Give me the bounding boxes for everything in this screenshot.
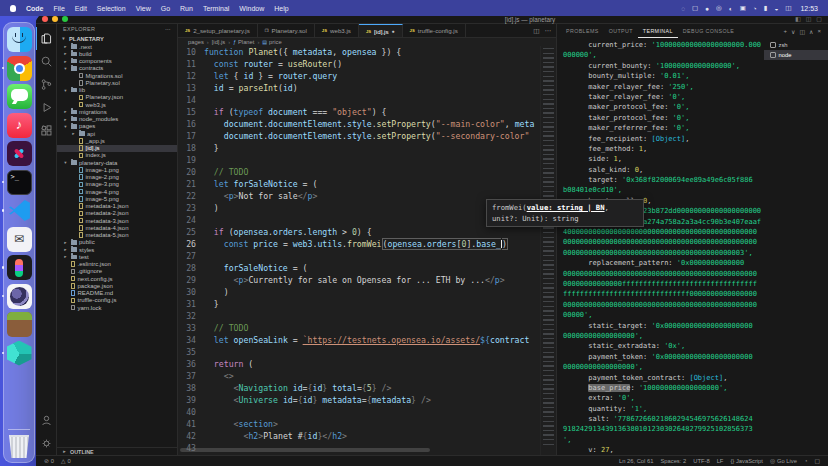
menu-window[interactable]: Window xyxy=(239,5,264,12)
tree-item-metadata-5-json[interactable]: metadata-5.json xyxy=(57,232,177,239)
dock-finder[interactable] xyxy=(7,27,32,52)
horizontal-scrollbar[interactable] xyxy=(180,448,430,452)
tab-2-setup-planetary-js[interactable]: JS2_setup_planetary.js xyxy=(178,24,258,37)
new-terminal-icon[interactable]: + xyxy=(783,28,787,34)
dock-figma[interactable] xyxy=(7,255,32,280)
tree-item-api[interactable]: ▸api xyxy=(57,130,177,137)
warnings-indicator[interactable]: △0 xyxy=(61,458,71,464)
code-line[interactable]: 11 const router = useRouter() xyxy=(178,58,540,70)
dock-trash[interactable] xyxy=(7,433,32,458)
menu-selection[interactable]: Selection xyxy=(97,5,126,12)
toggle-panel-icon[interactable]: ◫ xyxy=(806,15,812,22)
eol[interactable]: LF xyxy=(717,458,724,464)
sidebar-more-icon[interactable]: ⋯ xyxy=(165,26,171,32)
focus-icon[interactable]: ◎ xyxy=(716,4,722,12)
tree-item-styles[interactable]: ▸styles xyxy=(57,246,177,253)
menu-run[interactable]: Run xyxy=(180,5,193,12)
dock-chrome[interactable] xyxy=(7,56,32,81)
tree-item-metadata-2-json[interactable]: metadata-2.json xyxy=(57,210,177,217)
menu-edit[interactable]: Edit xyxy=(75,5,87,12)
tree-item-metadata-3-json[interactable]: metadata-3.json xyxy=(57,217,177,224)
panel-tab-debug-console[interactable]: DEBUG CONSOLE xyxy=(678,24,739,38)
tree-item-node-modules[interactable]: ▸node_modules xyxy=(57,116,177,123)
code-line[interactable]: 21 let forSaleNotice = ( xyxy=(178,178,540,190)
code-line[interactable]: 41 <section> xyxy=(178,418,540,430)
code-line[interactable]: 16 document.documentElement.style.setPro… xyxy=(178,118,540,130)
tab-id-js[interactable]: JS[id].js● xyxy=(359,24,403,37)
tree-item-package-json[interactable]: package.json xyxy=(57,282,177,289)
panel-tab-output[interactable]: OUTPUT xyxy=(604,24,638,38)
code-line[interactable]: 33 // TODO xyxy=(178,322,540,334)
code-line[interactable]: 34 let openSeaLink = `https://testnets.o… xyxy=(178,334,540,346)
tree-item-gitignore[interactable]: .gitignore xyxy=(57,268,177,275)
terminal-instance-zsh[interactable]: zsh xyxy=(764,40,828,50)
chat-icon[interactable]: ▣ xyxy=(740,4,746,12)
code-line[interactable]: 29 <p>Currently for sale on Opensea for … xyxy=(178,274,540,286)
split-terminal-icon[interactable]: ◫ xyxy=(799,28,805,35)
tree-item-image-2-png[interactable]: image-2.png xyxy=(57,174,177,181)
minimap[interactable] xyxy=(540,46,556,455)
code-line[interactable]: 38 <Navigation id={id} total={5} /> xyxy=(178,382,540,394)
battery-icon[interactable]: ▮ xyxy=(764,4,768,12)
apple-menu-icon[interactable] xyxy=(10,5,16,12)
screen-mirroring-icon[interactable]: ◌ xyxy=(681,5,685,12)
dock-vscode[interactable] xyxy=(7,198,32,223)
code-line[interactable]: 28 forSaleNotice = ( xyxy=(178,262,540,274)
dock-mail[interactable] xyxy=(7,227,32,252)
indentation[interactable]: Spaces: 2 xyxy=(660,458,686,464)
split-editor-icon[interactable]: ◫ xyxy=(533,27,539,35)
menu-help[interactable]: Help xyxy=(274,5,288,12)
code-editor[interactable]: 10function Planet({ metadata, opensea })… xyxy=(178,46,556,455)
cursor-position[interactable]: Ln 26, Col 61 xyxy=(619,458,653,464)
code-line[interactable]: 10function Planet({ metadata, opensea })… xyxy=(178,46,540,58)
close-panel-icon[interactable]: × xyxy=(817,28,821,34)
customize-layout-icon[interactable]: ▢ xyxy=(816,15,822,22)
errors-indicator[interactable]: ⊘0 xyxy=(44,458,54,464)
zoom-window-button[interactable] xyxy=(62,16,68,22)
code-line[interactable]: 19 xyxy=(178,154,540,166)
tree-item-migrations[interactable]: ▸migrations xyxy=(57,108,177,115)
tree-item-planetary-json[interactable]: Planetary.json xyxy=(57,94,177,101)
dock-slack[interactable] xyxy=(7,141,32,166)
project-section-header[interactable]: ▾ PLANETARY xyxy=(57,34,177,43)
code-line[interactable]: 17 document.documentElement.style.setPro… xyxy=(178,130,540,142)
breadcrumb-item-id-js[interactable]: [id].js xyxy=(212,39,226,45)
close-window-button[interactable] xyxy=(42,16,48,22)
dock-music[interactable] xyxy=(7,113,32,138)
code-line[interactable]: 18 } xyxy=(178,142,540,154)
encoding[interactable]: UTF-8 xyxy=(693,458,709,464)
menu-bar-clock[interactable]: 12:53 xyxy=(800,5,818,12)
terminal-dropdown-icon[interactable]: ∨ xyxy=(791,28,795,35)
tree-item-id-js[interactable]: [id].js xyxy=(57,145,177,152)
breadcrumb-item-pages[interactable]: pages xyxy=(188,39,204,45)
tree-item-yarn-lock[interactable]: yarn.lock xyxy=(57,304,177,311)
code-line[interactable]: 35 xyxy=(178,346,540,358)
control-center-icon[interactable]: ◫ xyxy=(785,4,791,12)
tree-item-index-js[interactable]: index.js xyxy=(57,152,177,159)
tree-item-image-3-png[interactable]: image-3.png xyxy=(57,181,177,188)
activity-extensions[interactable] xyxy=(36,119,57,142)
tab-planetary-sol[interactable]: ❐Planetary.sol xyxy=(258,24,315,37)
dock-messages[interactable] xyxy=(7,84,32,109)
breadcrumb-item-planet[interactable]: ƒPlanet xyxy=(233,39,254,45)
panel-tab-problems[interactable]: PROBLEMS xyxy=(561,24,604,38)
tree-item-migrations-sol[interactable]: Migrations.sol xyxy=(57,72,177,79)
tree-item-next-config-js[interactable]: next.config.js xyxy=(57,275,177,282)
menu-view[interactable]: View xyxy=(136,5,151,12)
tree-item-components[interactable]: ▸components xyxy=(57,58,177,65)
code-line[interactable]: 30 ) xyxy=(178,286,540,298)
panel-tab-terminal[interactable]: TERMINAL xyxy=(638,24,678,38)
activity-accounts[interactable] xyxy=(36,409,57,432)
tree-item-image-5-png[interactable]: image-5.png xyxy=(57,195,177,202)
dock-space-app[interactable] xyxy=(7,284,32,309)
tree-item-contracts[interactable]: ▾contracts xyxy=(57,65,177,72)
activity-source-control[interactable] xyxy=(36,73,57,96)
feedback-icon[interactable]: ◔ xyxy=(804,458,808,464)
record-icon[interactable]: ● xyxy=(705,5,709,12)
dock-cube[interactable] xyxy=(7,341,32,366)
activity-search[interactable] xyxy=(36,50,57,73)
code-line[interactable]: 36 return ( xyxy=(178,358,540,370)
code-line[interactable]: 37 <> xyxy=(178,370,540,382)
tree-item-planetary-data[interactable]: ▾planetary-data xyxy=(57,159,177,166)
tree-item-pages[interactable]: ▾pages xyxy=(57,123,177,130)
